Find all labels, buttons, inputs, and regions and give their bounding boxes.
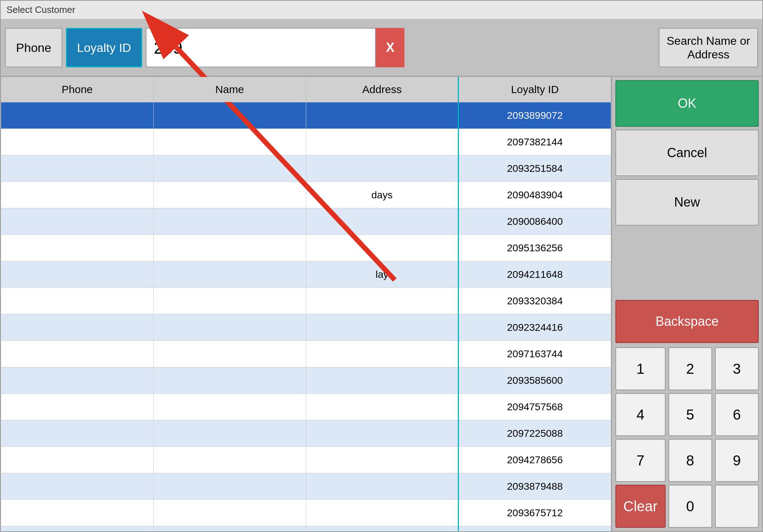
cell-loyalty_id: 2097163744 (459, 341, 611, 367)
table-row[interactable]: days2090483904 (1, 182, 611, 208)
cell-address (306, 447, 459, 473)
cell-phone (1, 102, 154, 129)
cell-loyalty_id: 2093320384 (459, 288, 611, 314)
cell-loyalty_id: 2095136256 (459, 235, 611, 261)
num-9-button[interactable]: 9 (715, 439, 759, 482)
cell-name (153, 235, 306, 261)
table-row[interactable]: 2094278656 (1, 447, 611, 473)
cell-name (153, 102, 306, 129)
cell-name (153, 447, 306, 473)
numpad: 1 2 3 4 5 6 7 8 9 Clear 0 (615, 347, 759, 528)
cell-address: lay (306, 261, 459, 288)
dialog-title: Select Customer (6, 4, 75, 15)
customer-table: Phone Name Address Loyalty ID 2093899072… (1, 77, 611, 531)
table-row[interactable]: 2093320384 (1, 288, 611, 314)
num-2-button[interactable]: 2 (668, 347, 712, 390)
cell-phone (1, 367, 154, 394)
cell-loyalty_id: 2093251584 (459, 155, 611, 182)
cell-loyalty_id: 2093899072 (459, 102, 611, 129)
num-5-button[interactable]: 5 (668, 393, 712, 436)
col-name: Name (153, 77, 306, 102)
cell-loyalty_id: 2094278656 (459, 447, 611, 473)
cell-name (153, 394, 306, 420)
main-area: Phone Name Address Loyalty ID 2093899072… (1, 77, 762, 531)
table-row[interactable]: lay2094211648 (1, 261, 611, 288)
cell-name (153, 129, 306, 155)
cell-name (153, 367, 306, 394)
num-empty-button (715, 485, 759, 528)
right-panel: OK Cancel New Backspace 1 2 3 4 5 6 7 8 … (612, 77, 762, 531)
cell-address (306, 102, 459, 129)
cell-name (153, 155, 306, 182)
cell-phone (1, 394, 154, 420)
cell-address (306, 155, 459, 182)
select-customer-dialog: Select Customer Phone Loyalty ID X Searc… (0, 0, 763, 532)
cell-address (306, 394, 459, 420)
cell-address (306, 500, 459, 526)
cell-name (153, 500, 306, 526)
phone-button[interactable]: Phone (5, 28, 62, 67)
cancel-button[interactable]: Cancel (615, 130, 759, 176)
num-0-button[interactable]: 0 (668, 485, 712, 528)
clear-x-button[interactable]: X (376, 28, 404, 67)
search-field-container: X (146, 28, 404, 67)
cell-loyalty_id: 2092186624 (459, 526, 611, 532)
cell-loyalty_id: 2090483904 (459, 182, 611, 208)
cell-address (306, 235, 459, 261)
customer-table-container[interactable]: Phone Name Address Loyalty ID 2093899072… (1, 77, 612, 531)
num-4-button[interactable]: 4 (615, 393, 666, 436)
cell-name (153, 314, 306, 341)
backspace-button[interactable]: Backspace (615, 300, 759, 343)
table-row[interactable]: 2093585600 (1, 367, 611, 394)
num-3-button[interactable]: 3 (715, 347, 759, 390)
cell-loyalty_id: 2097382144 (459, 129, 611, 155)
table-row[interactable]: 2097163744 (1, 341, 611, 367)
table-row[interactable]: 2093899072 (1, 102, 611, 129)
cell-phone (1, 208, 154, 235)
table-row[interactable]: 2094757568 (1, 394, 611, 420)
table-row[interactable]: 2090086400 (1, 208, 611, 235)
cell-loyalty_id: 2093675712 (459, 500, 611, 526)
cell-address (306, 288, 459, 314)
num-1-button[interactable]: 1 (615, 347, 666, 390)
table-row[interactable]: 2097225088 (1, 420, 611, 447)
cell-address (306, 314, 459, 341)
search-input[interactable] (146, 28, 376, 67)
ok-button[interactable]: OK (615, 80, 759, 127)
num-8-button[interactable]: 8 (668, 439, 712, 482)
title-bar: Select Customer (1, 1, 762, 19)
num-6-button[interactable]: 6 (715, 393, 759, 436)
num-7-button[interactable]: 7 (615, 439, 666, 482)
clear-button[interactable]: Clear (615, 485, 666, 528)
cell-name (153, 341, 306, 367)
table-row[interactable]: 2093675712 (1, 500, 611, 526)
cell-phone (1, 420, 154, 447)
cell-phone (1, 341, 154, 367)
cell-name (153, 208, 306, 235)
cell-phone (1, 447, 154, 473)
cell-name (153, 420, 306, 447)
cell-address (306, 526, 459, 532)
table-row[interactable]: 2093251584 (1, 155, 611, 182)
cell-address: days (306, 182, 459, 208)
new-button[interactable]: New (615, 179, 759, 226)
cell-phone (1, 288, 154, 314)
table-row[interactable]: 2092186624 (1, 526, 611, 532)
search-name-button[interactable]: Search Name or Address (659, 28, 758, 67)
cell-phone (1, 155, 154, 182)
cell-loyalty_id: 2094211648 (459, 261, 611, 288)
cell-phone (1, 182, 154, 208)
cell-address (306, 420, 459, 447)
cell-phone (1, 235, 154, 261)
col-address: Address (306, 77, 459, 102)
cell-name (153, 182, 306, 208)
loyalty-id-button[interactable]: Loyalty ID (66, 28, 142, 67)
table-row[interactable]: 2097382144 (1, 129, 611, 155)
table-row[interactable]: 2092324416 (1, 314, 611, 341)
cell-name (153, 261, 306, 288)
cell-phone (1, 473, 154, 500)
table-row[interactable]: 2095136256 (1, 235, 611, 261)
table-header: Phone Name Address Loyalty ID (1, 77, 611, 102)
table-row[interactable]: 2093879488 (1, 473, 611, 500)
cell-address (306, 129, 459, 155)
